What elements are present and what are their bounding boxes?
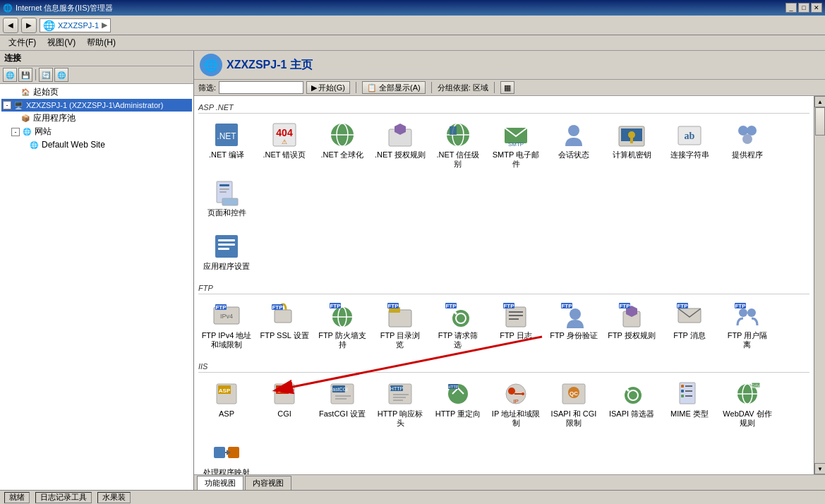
- status-text: 就绪: [4, 492, 30, 503]
- icon-app-settings[interactable]: 应用程序设置: [198, 228, 255, 275]
- iis-icons-grid: ASP ASP CGI: [198, 376, 809, 474]
- tree-item-home[interactable]: 🏠 起始页: [1, 85, 192, 99]
- icon-ip-limit[interactable]: IP IP 地址和域限制: [488, 376, 544, 432]
- tab-content-view[interactable]: 内容视图: [245, 476, 291, 490]
- tree-expand-server[interactable]: -: [3, 101, 11, 109]
- icon-fastcgi[interactable]: FastCGI FastCGI 设置: [314, 376, 371, 432]
- isapi-filter-img: [618, 380, 646, 408]
- svg-text:404: 404: [276, 127, 293, 138]
- icon-http-resp[interactable]: HTTP HTTP 响应标头: [372, 376, 428, 432]
- forward-button[interactable]: ▶: [21, 18, 37, 33]
- maximize-button[interactable]: □: [798, 3, 809, 13]
- net-compile-img: .NET: [212, 121, 241, 149]
- toolbar-btn-save[interactable]: 💾: [18, 68, 32, 82]
- back-button[interactable]: ◀: [3, 18, 18, 33]
- svg-text:DAV: DAV: [752, 383, 760, 388]
- mime-label: MIME 类型: [670, 409, 709, 419]
- icon-ftp-dir[interactable]: FTP FTP 目录浏览: [372, 297, 428, 354]
- menu-help[interactable]: 帮助(H): [81, 35, 121, 50]
- menu-file[interactable]: 文件(F): [3, 35, 42, 50]
- toolbar-btn-globe2[interactable]: 🌐: [54, 68, 68, 82]
- svg-rect-32: [218, 244, 235, 246]
- toolbar-btn-globe[interactable]: 🌐: [3, 68, 17, 82]
- tree-label-sites: 网站: [35, 126, 52, 138]
- svg-rect-30: [215, 235, 238, 258]
- filter-separator: [356, 82, 356, 93]
- icon-provider[interactable]: 提供程序: [719, 116, 776, 173]
- icon-ftp-ssl[interactable]: FTP FTP SSL 设置: [256, 297, 313, 354]
- address-bar: ◀ ▶ 🌐 XZXZSPJ-1 ▶: [0, 16, 825, 35]
- icon-pages-controls[interactable]: 页面和控件: [198, 174, 255, 222]
- toolbar-btn-refresh[interactable]: 🔄: [39, 68, 53, 82]
- close-button[interactable]: ✕: [811, 3, 822, 13]
- scrollbar-thumb[interactable]: [815, 107, 825, 136]
- filter-showall-btn[interactable]: 📋 全部显示(A): [362, 81, 426, 94]
- icon-net-global[interactable]: .NET 全球化: [314, 116, 371, 173]
- net-error-img: 404 ⚠: [270, 121, 299, 149]
- left-panel: 连接 🌐 💾 🔄 🌐 🏠 起始页 - 🖥️: [0, 51, 194, 490]
- icon-machine-key[interactable]: 计算机密钥: [603, 116, 660, 173]
- tree-expand-sites[interactable]: -: [11, 128, 20, 136]
- net-error-label: .NET 错误页: [263, 150, 306, 160]
- filter-view-btn[interactable]: ▦: [500, 81, 514, 94]
- icon-cgi[interactable]: CGI CGI: [256, 376, 313, 432]
- icon-handler[interactable]: 处理程序映射: [198, 434, 255, 475]
- breadcrumb-server[interactable]: XZXZSPJ-1: [58, 21, 99, 30]
- icon-net-trust[interactable]: .NET 信任级别: [430, 116, 486, 173]
- icon-ftp-iso[interactable]: FTP FTP 用户隔离: [719, 297, 776, 354]
- appset-icons-grid: 应用程序设置: [198, 228, 809, 275]
- icon-net-compile[interactable]: .NET .NET 编译: [198, 116, 255, 173]
- icon-asp[interactable]: ASP ASP: [198, 376, 255, 432]
- tree-item-apppool[interactable]: 📦 应用程序池: [1, 112, 192, 125]
- conn-str-img: ab: [675, 121, 704, 149]
- svg-text:QC: QC: [570, 390, 578, 397]
- icon-ftp-auth[interactable]: FTP FTP 身份验证: [546, 297, 602, 354]
- svg-text:⚠: ⚠: [282, 138, 287, 145]
- filter-input[interactable]: [219, 81, 303, 94]
- machine-key-img: [618, 121, 646, 149]
- scrollbar-up-btn[interactable]: ▲: [814, 96, 825, 107]
- icon-webdav[interactable]: DAV WebDAV 创作规则: [719, 376, 776, 432]
- filter-start-btn[interactable]: ▶ ▶ 开始(G) 开始(G): [306, 81, 350, 94]
- ftp-dir-img: FTP: [386, 301, 414, 330]
- left-panel-header: 连接: [0, 51, 193, 66]
- menu-bar: 文件(F) 视图(V) 帮助(H): [0, 35, 825, 51]
- svg-point-71: [747, 308, 756, 317]
- svg-rect-57: [509, 315, 523, 316]
- icon-smtp[interactable]: SMTP SMTP 电子邮件: [488, 116, 544, 173]
- icon-net-error[interactable]: 404 ⚠ .NET 错误页: [256, 116, 313, 173]
- ftp-firewall-img: FTP: [328, 301, 356, 330]
- svg-rect-33: [218, 248, 229, 250]
- icon-ftp-filter[interactable]: FTP FTP 请求筛选: [430, 297, 486, 354]
- icon-isapi-filter[interactable]: ISAPI 筛选器: [603, 376, 660, 432]
- isapi-filter-label: ISAPI 筛选器: [609, 409, 654, 419]
- icon-ftp-authz[interactable]: FTP FTP 授权规则: [603, 297, 660, 354]
- icon-conn-str[interactable]: ab 连接字符串: [661, 116, 718, 173]
- http-resp-img: HTTP: [386, 380, 414, 408]
- icon-ftp-ipv4[interactable]: FTP IPv4 FTP IPv4 地址和域限制: [198, 297, 255, 354]
- icon-ftp-log[interactable]: FTP FTP 日志: [488, 297, 544, 354]
- icon-net-auth[interactable]: .NET 授权规则: [372, 116, 428, 173]
- tab-feature-view[interactable]: 功能视图: [197, 476, 243, 490]
- minimize-button[interactable]: _: [785, 3, 797, 13]
- icon-mime[interactable]: MIME 类型: [661, 376, 718, 432]
- icon-session[interactable]: 会话状态: [546, 116, 602, 173]
- status-bar: 就绪 日志记录工具 水果装: [0, 490, 825, 504]
- tree-item-server[interactable]: - 🖥️ XZXZSPJ-1 (XZXZSPJ-1\Administrator): [1, 99, 192, 112]
- ftp-ipv4-img: FTP IPv4: [212, 301, 241, 330]
- scrollbar-vertical[interactable]: ▲ ▼: [814, 96, 825, 474]
- http-redirect-img: HTTP: [444, 380, 472, 408]
- scrollbar-down-btn[interactable]: ▼: [814, 463, 825, 474]
- icon-http-redirect[interactable]: HTTP HTTP 重定向: [430, 376, 486, 432]
- machine-key-label: 计算机密钥: [613, 150, 651, 160]
- svg-text:FTP: FTP: [735, 303, 746, 309]
- tree-item-defaultsite[interactable]: 🌐 Default Web Site: [1, 138, 192, 151]
- icon-ftp-firewall[interactable]: FTP FTP 防火墙支持: [314, 297, 371, 354]
- svg-point-23: [747, 126, 757, 136]
- ftp-iso-label: FTP 用户隔离: [728, 331, 768, 349]
- svg-text:ab: ab: [685, 131, 695, 141]
- icon-ftp-msg[interactable]: FTP FTP 消息: [661, 297, 718, 354]
- icon-isapi-cgi[interactable]: QC ISAPI 和 CGI 限制: [546, 376, 602, 432]
- menu-view[interactable]: 视图(V): [42, 35, 81, 50]
- tree-item-sites[interactable]: - 🌐 网站: [1, 125, 192, 138]
